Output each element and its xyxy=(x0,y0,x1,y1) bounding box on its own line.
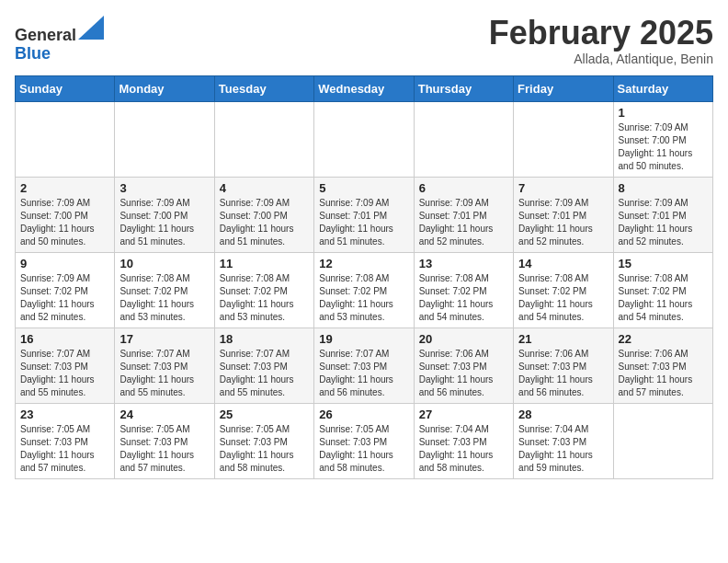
calendar-week-4: 16Sunrise: 7:07 AM Sunset: 7:03 PM Dayli… xyxy=(16,327,713,403)
day-number: 12 xyxy=(319,257,408,270)
day-number: 4 xyxy=(220,181,309,195)
calendar-cell xyxy=(414,101,513,177)
day-number: 1 xyxy=(619,106,708,120)
calendar-cell: 24Sunrise: 7:05 AM Sunset: 7:03 PM Dayli… xyxy=(115,403,214,478)
day-info: Sunrise: 7:08 AM Sunset: 7:02 PM Dayligh… xyxy=(419,272,508,324)
logo-icon xyxy=(78,15,104,40)
day-info: Sunrise: 7:05 AM Sunset: 7:03 PM Dayligh… xyxy=(119,423,209,475)
day-number: 25 xyxy=(220,408,309,421)
day-info: Sunrise: 7:09 AM Sunset: 7:01 PM Dayligh… xyxy=(419,197,508,248)
day-number: 27 xyxy=(419,408,508,421)
calendar-cell: 15Sunrise: 7:08 AM Sunset: 7:02 PM Dayli… xyxy=(613,252,712,327)
calendar-cell: 17Sunrise: 7:07 AM Sunset: 7:03 PM Dayli… xyxy=(115,327,214,403)
col-header-sunday: Sunday xyxy=(16,75,115,101)
day-number: 23 xyxy=(20,408,109,421)
day-info: Sunrise: 7:09 AM Sunset: 7:00 PM Dayligh… xyxy=(119,197,209,248)
day-number: 22 xyxy=(619,332,708,346)
calendar-cell: 1Sunrise: 7:09 AM Sunset: 7:00 PM Daylig… xyxy=(613,101,712,177)
day-number: 26 xyxy=(319,408,408,421)
calendar-table: SundayMondayTuesdayWednesdayThursdayFrid… xyxy=(15,75,713,479)
day-number: 10 xyxy=(119,257,209,270)
day-info: Sunrise: 7:05 AM Sunset: 7:03 PM Dayligh… xyxy=(319,423,408,475)
day-info: Sunrise: 7:08 AM Sunset: 7:02 PM Dayligh… xyxy=(119,272,209,324)
calendar-cell: 9Sunrise: 7:09 AM Sunset: 7:02 PM Daylig… xyxy=(16,252,115,327)
day-info: Sunrise: 7:08 AM Sunset: 7:02 PM Dayligh… xyxy=(220,272,309,324)
calendar-cell: 26Sunrise: 7:05 AM Sunset: 7:03 PM Dayli… xyxy=(314,403,414,478)
day-info: Sunrise: 7:09 AM Sunset: 7:00 PM Dayligh… xyxy=(220,197,309,248)
calendar-cell: 12Sunrise: 7:08 AM Sunset: 7:02 PM Dayli… xyxy=(314,252,414,327)
day-info: Sunrise: 7:09 AM Sunset: 7:01 PM Dayligh… xyxy=(518,197,608,248)
day-number: 24 xyxy=(119,408,209,421)
day-number: 8 xyxy=(619,181,708,195)
day-info: Sunrise: 7:06 AM Sunset: 7:03 PM Dayligh… xyxy=(419,348,508,399)
calendar-cell: 10Sunrise: 7:08 AM Sunset: 7:02 PM Dayli… xyxy=(115,252,214,327)
calendar-cell: 11Sunrise: 7:08 AM Sunset: 7:02 PM Dayli… xyxy=(214,252,313,327)
day-info: Sunrise: 7:05 AM Sunset: 7:03 PM Dayligh… xyxy=(20,423,109,475)
calendar-cell: 4Sunrise: 7:09 AM Sunset: 7:00 PM Daylig… xyxy=(214,177,313,252)
day-info: Sunrise: 7:09 AM Sunset: 7:00 PM Dayligh… xyxy=(619,121,708,173)
day-info: Sunrise: 7:09 AM Sunset: 7:01 PM Dayligh… xyxy=(319,197,408,248)
day-info: Sunrise: 7:09 AM Sunset: 7:02 PM Dayligh… xyxy=(20,272,109,324)
day-info: Sunrise: 7:04 AM Sunset: 7:03 PM Dayligh… xyxy=(518,423,608,475)
month-title: February 2025 xyxy=(489,15,713,52)
title-block: February 2025 Allada, Atlantique, Benin xyxy=(489,15,713,66)
col-header-wednesday: Wednesday xyxy=(314,75,414,101)
day-info: Sunrise: 7:09 AM Sunset: 7:00 PM Dayligh… xyxy=(20,197,109,248)
day-info: Sunrise: 7:06 AM Sunset: 7:03 PM Dayligh… xyxy=(619,348,708,399)
calendar-cell xyxy=(613,403,712,478)
calendar-week-2: 2Sunrise: 7:09 AM Sunset: 7:00 PM Daylig… xyxy=(16,177,713,252)
calendar-header-row: SundayMondayTuesdayWednesdayThursdayFrid… xyxy=(16,75,713,101)
calendar-cell: 16Sunrise: 7:07 AM Sunset: 7:03 PM Dayli… xyxy=(16,327,115,403)
logo-blue-text: Blue xyxy=(15,44,51,63)
day-info: Sunrise: 7:07 AM Sunset: 7:03 PM Dayligh… xyxy=(220,348,309,399)
day-info: Sunrise: 7:05 AM Sunset: 7:03 PM Dayligh… xyxy=(220,423,309,475)
col-header-saturday: Saturday xyxy=(613,75,712,101)
day-number: 13 xyxy=(419,257,508,270)
calendar-cell xyxy=(314,101,414,177)
day-info: Sunrise: 7:04 AM Sunset: 7:03 PM Dayligh… xyxy=(419,423,508,475)
calendar-week-1: 1Sunrise: 7:09 AM Sunset: 7:00 PM Daylig… xyxy=(16,101,713,177)
calendar-cell xyxy=(16,101,115,177)
day-number: 21 xyxy=(518,332,608,346)
day-info: Sunrise: 7:08 AM Sunset: 7:02 PM Dayligh… xyxy=(619,272,708,324)
day-number: 5 xyxy=(319,181,408,195)
day-number: 16 xyxy=(20,332,109,346)
day-number: 9 xyxy=(20,257,109,270)
col-header-tuesday: Tuesday xyxy=(214,75,313,101)
calendar-cell xyxy=(115,101,214,177)
calendar-cell: 20Sunrise: 7:06 AM Sunset: 7:03 PM Dayli… xyxy=(414,327,513,403)
day-number: 19 xyxy=(319,332,408,346)
calendar-cell: 5Sunrise: 7:09 AM Sunset: 7:01 PM Daylig… xyxy=(314,177,414,252)
day-number: 15 xyxy=(619,257,708,270)
calendar-cell xyxy=(514,101,613,177)
day-info: Sunrise: 7:09 AM Sunset: 7:01 PM Dayligh… xyxy=(619,197,708,248)
day-info: Sunrise: 7:07 AM Sunset: 7:03 PM Dayligh… xyxy=(20,348,109,399)
location-subtitle: Allada, Atlantique, Benin xyxy=(489,52,713,66)
calendar-cell: 3Sunrise: 7:09 AM Sunset: 7:00 PM Daylig… xyxy=(115,177,214,252)
logo-general-text: General xyxy=(15,26,76,44)
calendar-week-3: 9Sunrise: 7:09 AM Sunset: 7:02 PM Daylig… xyxy=(16,252,713,327)
calendar-cell: 14Sunrise: 7:08 AM Sunset: 7:02 PM Dayli… xyxy=(514,252,613,327)
calendar-cell: 21Sunrise: 7:06 AM Sunset: 7:03 PM Dayli… xyxy=(514,327,613,403)
calendar-cell: 2Sunrise: 7:09 AM Sunset: 7:00 PM Daylig… xyxy=(16,177,115,252)
day-number: 7 xyxy=(518,181,608,195)
day-info: Sunrise: 7:07 AM Sunset: 7:03 PM Dayligh… xyxy=(119,348,209,399)
day-number: 28 xyxy=(518,408,608,421)
day-number: 2 xyxy=(20,181,109,195)
calendar-cell: 13Sunrise: 7:08 AM Sunset: 7:02 PM Dayli… xyxy=(414,252,513,327)
day-info: Sunrise: 7:07 AM Sunset: 7:03 PM Dayligh… xyxy=(319,348,408,399)
calendar-cell: 25Sunrise: 7:05 AM Sunset: 7:03 PM Dayli… xyxy=(214,403,313,478)
day-number: 11 xyxy=(220,257,309,270)
day-info: Sunrise: 7:08 AM Sunset: 7:02 PM Dayligh… xyxy=(319,272,408,324)
day-number: 20 xyxy=(419,332,508,346)
calendar-cell: 19Sunrise: 7:07 AM Sunset: 7:03 PM Dayli… xyxy=(314,327,414,403)
day-number: 6 xyxy=(419,181,508,195)
calendar-cell: 27Sunrise: 7:04 AM Sunset: 7:03 PM Dayli… xyxy=(414,403,513,478)
calendar-cell: 7Sunrise: 7:09 AM Sunset: 7:01 PM Daylig… xyxy=(514,177,613,252)
page-header: General Blue February 2025 Allada, Atlan… xyxy=(15,15,713,66)
day-info: Sunrise: 7:08 AM Sunset: 7:02 PM Dayligh… xyxy=(518,272,608,324)
day-number: 17 xyxy=(119,332,209,346)
calendar-cell: 28Sunrise: 7:04 AM Sunset: 7:03 PM Dayli… xyxy=(514,403,613,478)
calendar-cell: 22Sunrise: 7:06 AM Sunset: 7:03 PM Dayli… xyxy=(613,327,712,403)
col-header-friday: Friday xyxy=(514,75,613,101)
